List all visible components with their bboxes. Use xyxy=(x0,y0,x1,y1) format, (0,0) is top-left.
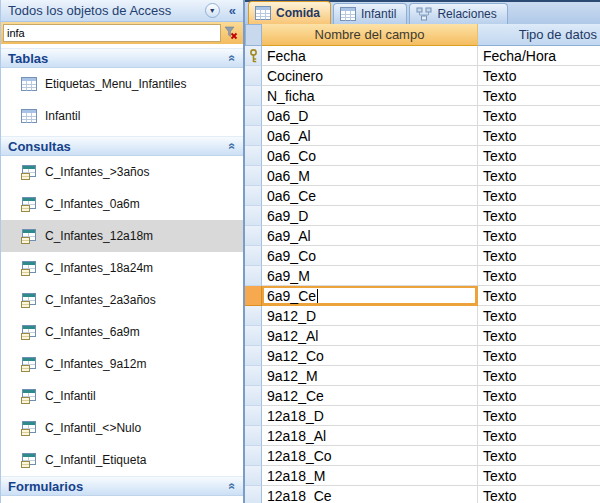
field-name-cell[interactable]: 0a6_Ce xyxy=(262,186,478,206)
row-selector[interactable] xyxy=(245,86,262,106)
double-chevron-up-icon[interactable]: « xyxy=(226,483,240,490)
double-chevron-up-icon[interactable]: « xyxy=(226,55,240,62)
nav-pane-collapse-button[interactable]: « xyxy=(227,3,238,18)
sidebar-item[interactable]: C_Infantes_>3años xyxy=(1,156,243,188)
data-type-cell[interactable]: Texto xyxy=(478,366,600,386)
search-input[interactable] xyxy=(3,24,221,42)
field-name-cell[interactable]: 6a9_M xyxy=(262,266,478,286)
data-type-cell[interactable]: Texto xyxy=(478,486,600,503)
row-selector[interactable] xyxy=(245,206,262,226)
row-selector[interactable] xyxy=(245,266,262,286)
field-name-cell[interactable]: N_ficha xyxy=(262,86,478,106)
sidebar-item[interactable]: C_Infantes_6a9m xyxy=(1,316,243,348)
nav-section-header[interactable]: Consultas « xyxy=(1,136,243,156)
dropdown-arrow-icon[interactable]: ▼ xyxy=(205,3,220,18)
row-selector[interactable] xyxy=(245,426,262,446)
row-selector[interactable] xyxy=(245,326,262,346)
sidebar-item-label: C_Infantes_2a3años xyxy=(45,293,156,307)
row-selector[interactable] xyxy=(245,166,262,186)
row-selector[interactable] xyxy=(245,106,262,126)
row-selector[interactable] xyxy=(245,66,262,86)
sidebar-item[interactable]: C_Infantes_18a24m xyxy=(1,252,243,284)
field-name-cell[interactable]: 6a9_Ce xyxy=(262,286,478,306)
row-selector[interactable] xyxy=(245,246,262,266)
sidebar-item[interactable]: C_Infantil xyxy=(1,380,243,412)
field-name-cell[interactable]: 0a6_D xyxy=(262,106,478,126)
data-type-cell[interactable]: Texto xyxy=(478,346,600,366)
sidebar-item[interactable]: C_Infantes_9a12m xyxy=(1,348,243,380)
double-chevron-up-icon[interactable]: « xyxy=(226,143,240,150)
data-type-cell[interactable]: Texto xyxy=(478,146,600,166)
clear-filter-icon[interactable] xyxy=(221,24,241,42)
field-name-cell[interactable]: 12a18_Ce xyxy=(262,486,478,503)
data-type-cell[interactable]: Fecha/Hora xyxy=(478,46,600,66)
data-type-cell[interactable]: Texto xyxy=(478,426,600,446)
data-type-cell[interactable]: Texto xyxy=(478,266,600,286)
document-tab[interactable]: Infantil xyxy=(333,3,407,24)
field-name-cell[interactable]: 9a12_Al xyxy=(262,326,478,346)
nav-section-header[interactable]: Formularios « xyxy=(1,476,243,496)
row-selector[interactable] xyxy=(245,226,262,246)
field-row: 9a12_Ce Texto xyxy=(245,386,600,406)
data-type-cell[interactable]: Texto xyxy=(478,226,600,246)
field-name-cell[interactable]: 12a18_D xyxy=(262,406,478,426)
table-icon xyxy=(255,6,271,21)
data-type-cell[interactable]: Texto xyxy=(478,466,600,486)
row-selector[interactable] xyxy=(245,146,262,166)
data-type-cell[interactable]: Texto xyxy=(478,86,600,106)
row-selector[interactable] xyxy=(245,366,262,386)
nav-section-header[interactable]: Tablas « xyxy=(1,48,243,68)
field-name-cell[interactable]: 0a6_Co xyxy=(262,146,478,166)
sidebar-item[interactable]: Infantil xyxy=(1,100,243,132)
field-name-cell[interactable]: 12a18_Al xyxy=(262,426,478,446)
field-name-cell[interactable]: 12a18_M xyxy=(262,466,478,486)
field-name-cell[interactable]: 0a6_M xyxy=(262,166,478,186)
sidebar-item[interactable]: C_Infantil_Etiqueta xyxy=(1,444,243,476)
data-type-cell[interactable]: Texto xyxy=(478,246,600,266)
sidebar-item[interactable]: C_Infantes_12a18m xyxy=(1,220,243,252)
primary-key-icon[interactable] xyxy=(245,46,262,66)
data-type-cell[interactable]: Texto xyxy=(478,386,600,406)
row-selector[interactable] xyxy=(245,306,262,326)
field-name-cell[interactable]: 6a9_Al xyxy=(262,226,478,246)
data-type-cell[interactable]: Texto xyxy=(478,66,600,86)
data-type-cell[interactable]: Texto xyxy=(478,406,600,426)
field-name-cell[interactable]: 9a12_Ce xyxy=(262,386,478,406)
sidebar-item[interactable]: C_Infantil_<>Nulo xyxy=(1,412,243,444)
row-selector[interactable] xyxy=(245,346,262,366)
field-name-cell[interactable]: 9a12_Co xyxy=(262,346,478,366)
document-tab[interactable]: Relaciones xyxy=(409,3,507,24)
row-selector[interactable] xyxy=(245,446,262,466)
row-selector[interactable] xyxy=(245,466,262,486)
data-type-cell[interactable]: Texto xyxy=(478,286,600,306)
field-name-cell[interactable]: 6a9_Co xyxy=(262,246,478,266)
sidebar-item[interactable]: Etiquetas_Menu_Infantiles xyxy=(1,68,243,100)
row-selector[interactable] xyxy=(245,386,262,406)
field-name-cell[interactable]: Cocinero xyxy=(262,66,478,86)
row-selector[interactable] xyxy=(245,406,262,426)
row-selector[interactable] xyxy=(245,486,262,503)
field-name-cell[interactable]: Fecha xyxy=(262,46,478,66)
row-selector[interactable] xyxy=(245,286,262,306)
data-type-cell[interactable]: Texto xyxy=(478,306,600,326)
document-tab[interactable]: Comida xyxy=(248,1,331,24)
data-type-cell[interactable]: Texto xyxy=(478,186,600,206)
data-type-cell[interactable]: Texto xyxy=(478,106,600,126)
data-type-cell[interactable]: Texto xyxy=(478,446,600,466)
sidebar-item[interactable]: C_Infantes_0a6m xyxy=(1,188,243,220)
field-name-cell[interactable]: 12a18_Co xyxy=(262,446,478,466)
data-type-cell[interactable]: Texto xyxy=(478,206,600,226)
field-name-cell[interactable]: 9a12_D xyxy=(262,306,478,326)
field-name-cell[interactable]: 0a6_Al xyxy=(262,126,478,146)
query-icon xyxy=(21,453,37,468)
field-name-cell[interactable]: 6a9_D xyxy=(262,206,478,226)
row-selector[interactable] xyxy=(245,126,262,146)
data-type-cell[interactable]: Texto xyxy=(478,166,600,186)
row-selector[interactable] xyxy=(245,186,262,206)
data-type-text: Texto xyxy=(483,128,516,144)
field-name-cell[interactable]: 9a12_M xyxy=(262,366,478,386)
data-type-cell[interactable]: Texto xyxy=(478,126,600,146)
sidebar-item[interactable]: C_Infantes_2a3años xyxy=(1,284,243,316)
nav-pane-header[interactable]: Todos los objetos de Access ▼ « xyxy=(1,0,243,22)
data-type-cell[interactable]: Texto xyxy=(478,326,600,346)
